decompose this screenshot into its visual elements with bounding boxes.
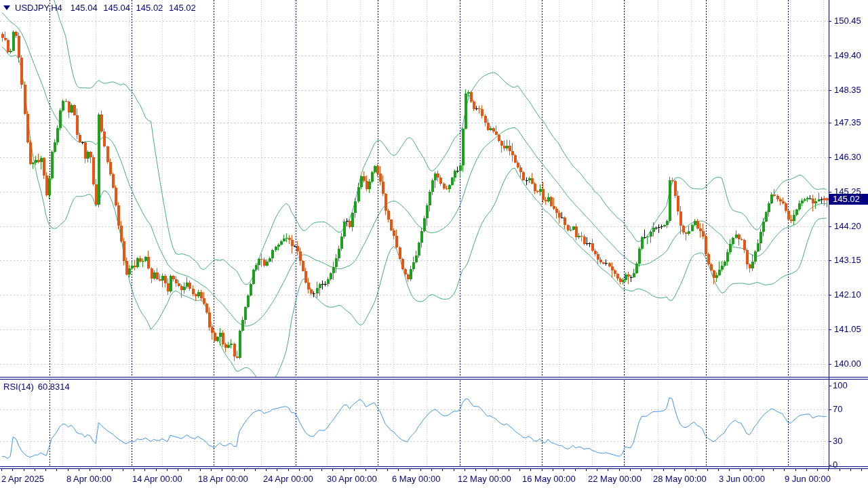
time-axis-label: 16 May 00:00 [522, 474, 576, 484]
symbol-marker-icon [3, 5, 10, 10]
price-axis-label: 144.20 [834, 221, 861, 231]
time-axis-label: 28 May 00:00 [653, 474, 707, 484]
price-axis-label: 146.30 [834, 152, 861, 162]
price-axis-label: 143.15 [834, 255, 861, 265]
price-axis-label: 142.10 [834, 289, 861, 300]
pane-splitter[interactable] [0, 375, 829, 381]
price-axis-label: 149.40 [834, 50, 861, 60]
time-axis-label: 18 Apr 00:00 [198, 474, 248, 484]
rsi-indicator-label: RSI(14)60.8314 [3, 382, 70, 392]
time-axis-label: 24 Apr 00:00 [263, 474, 313, 484]
time-axis-label: 30 Apr 00:00 [327, 474, 377, 484]
price-axis-label: 147.35 [834, 117, 861, 127]
time-axis-label: 2 Apr 2025 [1, 474, 44, 484]
chart-window: USDJPY,H4 145.04 145.04 145.02 145.02 RS… [0, 0, 868, 488]
rsi-value: 60.8314 [38, 382, 70, 392]
price-axis-label: 150.45 [834, 16, 861, 26]
price-axis-label: 140.00 [834, 359, 861, 369]
chart-title: USDJPY,H4 145.04 145.04 145.02 145.02 [3, 3, 196, 13]
time-axis-label: 3 Jun 00:00 [719, 474, 765, 484]
symbol-timeframe-label: USDJPY,H4 [15, 3, 62, 13]
time-axis-label: 9 Jun 00:00 [785, 474, 831, 484]
time-axis-label: 6 May 00:00 [392, 474, 441, 484]
rsi-name: RSI(14) [3, 382, 34, 392]
time-axis-label: 12 May 00:00 [458, 474, 511, 484]
time-axis-label: 8 Apr 00:00 [66, 474, 112, 484]
rsi-axis-label: 100 [833, 380, 848, 390]
chart-canvas[interactable] [0, 0, 868, 488]
current-price-badge: 145.02 [829, 194, 868, 205]
price-axis-label: 148.35 [834, 85, 861, 95]
rsi-axis-label: 70 [833, 404, 842, 414]
time-axis-label: 14 Apr 00:00 [132, 474, 182, 484]
rsi-axis-label: 0 [833, 460, 837, 470]
price-axis-label: 141.05 [834, 324, 861, 334]
current-price-value: 145.02 [833, 194, 860, 204]
rsi-axis-label: 30 [833, 436, 842, 446]
time-axis-label: 22 May 00:00 [588, 474, 642, 484]
ohlc-values: 145.04 145.04 145.02 145.02 [71, 3, 196, 13]
